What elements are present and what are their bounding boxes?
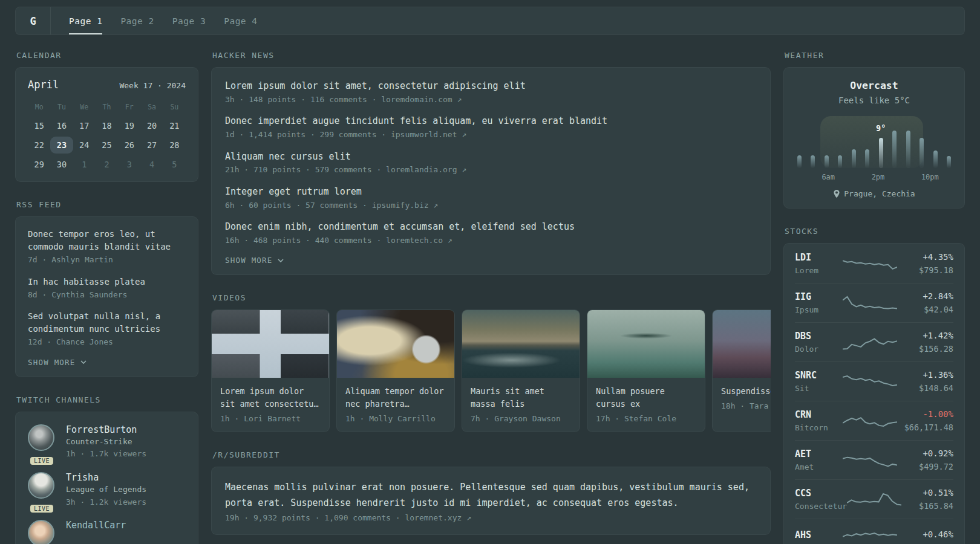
twitch-channel-meta: 1h · 1.7k viewers [66,448,146,459]
hackernews-item: Integer eget rutrum lorem 6h · 60 points… [225,186,757,211]
weather-bar-slot [865,116,869,168]
video-card[interactable]: Mauris sit amet massa felis 7h · Grayson… [462,309,580,432]
weather-bar [865,149,869,168]
stock-row[interactable]: IIG Ipsum +2.84% $42.04 [795,283,953,322]
hackernews-widget-title: HACKER NEWS [212,51,771,60]
calendar-widget-title: CALENDAR [16,51,198,60]
weather-tick [847,173,859,181]
twitch-channel-row[interactable]: LIVE ForrestBurton Counter-Strike 1h · 1… [28,424,186,460]
calendar-day: 2 [96,156,118,173]
hackernews-item-title[interactable]: Lorem ipsum dolor sit amet, consectetur … [225,80,757,93]
page-tab[interactable]: Page 1 [69,7,102,34]
stock-symbol: SNRC [795,370,843,381]
calendar-day: 15 [28,117,50,134]
weather-bar-slot [838,116,842,168]
rss-item-title[interactable]: Sed volutpat nulla nisl, a condimentum n… [28,310,186,335]
app-logo[interactable]: G [16,7,51,34]
weather-tick-labels: 6am2pm10pm [797,173,951,181]
weather-bar [825,155,829,168]
stock-symbol: AET [795,448,843,459]
video-title: Lorem ipsum dolor sit amet consectetu… [220,385,321,410]
hackernews-card: Lorem ipsum dolor sit amet, consectetur … [211,67,771,275]
hackernews-item-meta: 16h · 468 points · 440 comments · loremt… [225,235,757,247]
stock-values: +1.36% $148.64 [898,370,953,393]
twitch-card: LIVE ForrestBurton Counter-Strike 1h · 1… [15,412,198,544]
stock-id: SNRC Sit [795,370,843,393]
video-card[interactable]: Suspendisse diam 18h · Tara [712,309,771,432]
calendar-grid: MoTuWeThFrSaSu15161718192021222324252627… [28,98,186,173]
twitch-channel-row[interactable]: LIVE Trisha League of Legends 3h · 1.2k … [28,472,186,508]
twitch-widget: TWITCH CHANNELS LIVE ForrestBurton Count… [15,395,198,544]
video-title: Nullam posuere cursus ex [596,385,696,410]
video-card-body: Lorem ipsum dolor sit amet consectetu… 1… [212,378,329,432]
dashboard-page: G Page 1Page 2Page 3Page 4 CALENDAR Apri… [0,0,980,544]
hackernews-item-title[interactable]: Aliquam nec cursus elit [225,151,757,164]
stock-sparkline [843,412,898,430]
rss-item: Sed volutpat nulla nisl, a condimentum n… [28,310,186,348]
rss-show-more-button[interactable]: SHOW MORE [28,358,87,367]
calendar-weekday: Fr [118,98,140,115]
twitch-channel-name[interactable]: KendallCarr [66,520,126,531]
weather-bar [852,149,856,168]
stock-row[interactable]: DBS Dolor +1.42% $156.28 [795,322,953,361]
stock-sparkline [847,490,903,508]
stock-change: +1.42% [898,331,953,341]
twitch-channel-row[interactable]: KendallCarr [28,520,186,544]
stock-sparkline [843,333,898,351]
hackernews-item: Aliquam nec cursus elit 21h · 710 points… [225,151,757,176]
stock-values: +0.51% $165.84 [903,488,953,511]
twitch-channel-info: ForrestBurton Counter-Strike 1h · 1.7k v… [66,424,146,460]
stock-change: +1.36% [898,370,953,380]
page-tabs: Page 1Page 2Page 3Page 4 [51,7,258,34]
hackernews-item-title[interactable]: Donec imperdiet augue tincidunt felis al… [225,115,757,128]
hackernews-show-more-button[interactable]: SHOW MORE [225,256,284,265]
page-tab[interactable]: Page 3 [172,7,206,34]
weather-bar-slot [892,116,897,168]
videos-widget-title: VIDEOS [212,293,771,302]
stock-change: +0.46% [898,529,953,540]
rss-item-title[interactable]: In hac habitasse platea [28,276,186,288]
weather-bar-slot [825,116,829,168]
stock-row[interactable]: AET Amet +0.92% $499.72 [795,440,953,479]
stock-price: $66,171.48 [898,423,953,432]
video-card[interactable]: Aliquam tempor dolor nec pharetra… 1h · … [336,309,455,432]
calendar-day: 19 [118,117,140,134]
twitch-channel-name[interactable]: ForrestBurton [66,424,146,436]
videos-widget: VIDEOS Lorem ipsum dolor sit amet consec… [211,293,771,432]
subreddit-post: Maecenas mollis pulvinar erat non posuer… [225,479,757,523]
weather-widget: WEATHER Overcast Feels like 5°C 9° [783,51,965,209]
stocks-widget: STOCKS LDI Lorem +4.35% $795.18 IIG Ipsu… [783,227,965,544]
rss-item-title[interactable]: Donec tempor eros leo, ut commodo mauris… [28,228,186,253]
hackernews-item-title[interactable]: Donec enim nibh, condimentum et accumsan… [225,221,757,234]
stock-values: -1.00% $66,171.48 [898,409,953,432]
hackernews-item-title[interactable]: Integer eget rutrum lorem [225,186,757,199]
video-card[interactable]: Lorem ipsum dolor sit amet consectetu… 1… [211,309,330,432]
stock-price: $156.28 [898,344,953,354]
video-title: Aliquam tempor dolor nec pharetra… [345,385,446,410]
page-tab[interactable]: Page 2 [120,7,154,34]
calendar-card: April Week 17 · 2024 MoTuWeThFrSaSu15161… [15,67,198,182]
stock-symbol: CCS [795,488,847,499]
weather-bar-slot [797,116,802,168]
stock-row[interactable]: CCS Consectetur +0.51% $165.84 [795,479,953,519]
weather-widget-title: WEATHER [785,51,965,60]
weather-card: Overcast Feels like 5°C 9° 6am2 [783,67,965,209]
weather-tick [897,173,909,181]
stock-row[interactable]: AHS +0.46% [795,519,953,544]
twitch-channel-name[interactable]: Trisha [66,472,146,484]
page-tab[interactable]: Page 4 [224,7,257,34]
calendar-day: 26 [118,137,140,154]
stock-row[interactable]: SNRC Sit +1.36% $148.64 [795,361,953,401]
page-tab-label: Page 4 [224,16,257,26]
calendar-day: 20 [140,117,163,134]
stock-row[interactable]: LDI Lorem +4.35% $795.18 [795,244,953,283]
hackernews-item: Donec imperdiet augue tincidunt felis al… [225,115,757,140]
video-card[interactable]: Nullam posuere cursus ex 17h · Stefan Co… [587,309,705,432]
stock-row[interactable]: CRN Bitcorn -1.00% $66,171.48 [795,401,953,440]
video-meta: 1h · Lori Barnett [220,414,321,423]
calendar-day: 18 [96,117,118,134]
subreddit-post-title[interactable]: Maecenas mollis pulvinar erat non posuer… [225,479,757,511]
weather-tick [939,173,951,181]
stock-price: $795.18 [898,265,953,275]
weather-tick: 2pm [872,173,885,181]
